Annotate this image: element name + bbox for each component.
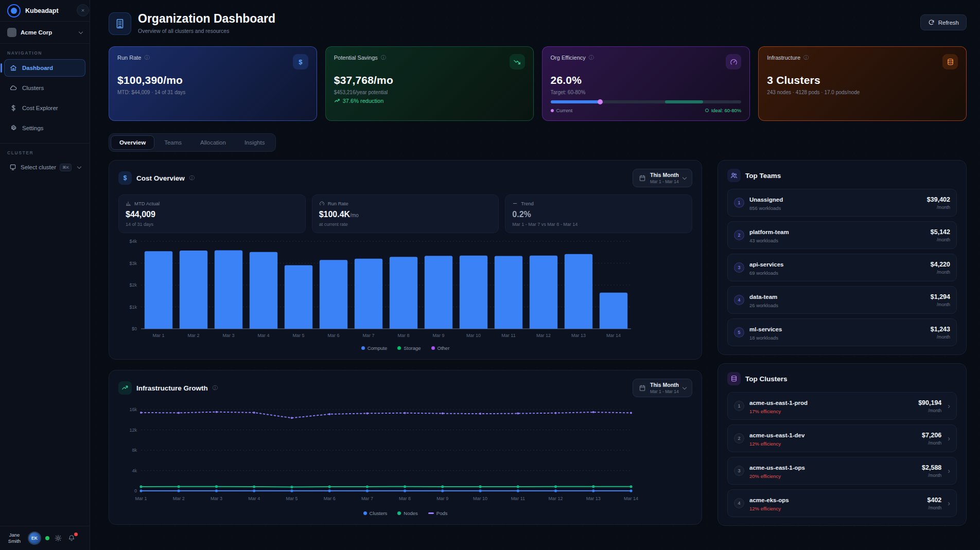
gauge-icon [319,201,325,206]
svg-text:Mar 11: Mar 11 [501,333,515,338]
svg-text:Mar 2: Mar 2 [173,496,185,501]
rank-badge: 3 [734,466,744,476]
cluster-row[interactable]: 4 acme-eks-ops12% efficiency $402/month … [727,489,957,517]
svg-text:$3k: $3k [129,261,137,266]
sidebar-collapse-button[interactable]: × [77,4,89,16]
tab-teams[interactable]: Teams [155,135,190,150]
trend-down-icon [510,54,525,69]
cluster-cost: $90,194 [918,399,941,406]
notifications-button[interactable] [67,534,76,543]
info-icon[interactable]: ⓘ [189,174,195,182]
dollar-icon: $ [293,54,308,69]
tab-insights[interactable]: Insights [236,135,274,150]
cluster-efficiency: 20% efficiency [749,473,805,479]
info-icon[interactable]: ⓘ [589,54,594,61]
team-workloads: 18 workloads [749,335,782,341]
run-rate-box-value: $100.4K [319,210,351,219]
legend-item-pods: Pods [428,510,448,516]
select-cluster-control[interactable]: Select cluster ⌘K [4,159,85,175]
efficiency-legend: Current Ideal: 60-80% [551,108,742,113]
mtd-actual-value: $44,009 [126,210,155,219]
savings-sub: $453,216/year potential [334,90,525,95]
team-row[interactable]: 2 platform-team43 workloads $5,142/month [727,221,957,249]
cluster-efficiency: 12% efficiency [749,506,789,511]
info-icon[interactable]: ⓘ [144,54,149,61]
chevron-down-icon [682,175,687,179]
svg-text:Mar 8: Mar 8 [399,496,411,501]
team-workloads: 69 workloads [749,270,784,276]
svg-text:Mar 7: Mar 7 [362,333,374,338]
run-rate-box: Run Rate $100.4K/mo at current rate [312,194,499,233]
svg-text:$2k: $2k [129,282,137,288]
team-row[interactable]: 5 ml-services18 workloads $1,243/month [727,318,957,346]
refresh-label: Refresh [938,20,959,26]
cluster-box-icon [9,163,17,171]
efficiency-marker [598,99,603,104]
legend-item-nodes: Nodes [397,510,417,516]
theme-toggle-button[interactable] [54,534,63,543]
sun-icon [55,535,62,542]
team-cost: $39,402 [927,196,950,203]
sidebar-item-label: Settings [22,125,44,131]
top-clusters-list: 1 acme-us-east-1-prod17% efficiency $90,… [727,392,957,517]
sidebar-item-dashboard[interactable]: Dashboard [4,59,85,77]
org-switcher[interactable]: Acme Corp [0,22,90,44]
logo-row: Kubeadapt × [0,0,90,22]
info-icon[interactable]: ⓘ [381,54,386,61]
period-selector[interactable]: This Month Mar 1 - Mar 14 [633,379,692,397]
team-name: data-team [749,294,777,300]
svg-text:Mar 13: Mar 13 [571,333,586,338]
trend-box: Trend 0.2% Mar 1 - Mar 7 vs Mar 8 - Mar … [505,194,692,233]
shortcut-badge: ⌘K [60,164,72,171]
team-row[interactable]: 1 Unassigned856 workloads $39,402/month [727,189,957,217]
run-rate-sub: MTD: $44,009 · 14 of 31 days [117,90,308,95]
infrastructure-growth-panel: Infrastructure Growth ⓘ This Month Mar 1… [109,370,702,525]
tab-allocation[interactable]: Allocation [191,135,235,150]
sidebar-item-clusters[interactable]: Clusters [4,79,85,97]
tab-overview[interactable]: Overview [111,135,154,150]
team-row[interactable]: 4 data-team26 workloads $1,294/month [727,286,957,314]
team-row[interactable]: 3 api-services69 workloads $4,220/month [727,254,957,281]
content-grid: $ Cost Overview ⓘ This Month Mar 1 - Mar… [109,160,967,526]
refresh-button[interactable]: Refresh [920,14,967,30]
avatar[interactable]: EK [28,531,41,545]
main-content: Organization Dashboard Overview of all c… [90,0,980,550]
cluster-name: acme-us-east-1-prod [749,400,808,406]
svg-text:Mar 10: Mar 10 [473,496,487,501]
cluster-row[interactable]: 1 acme-us-east-1-prod17% efficiency $90,… [727,392,957,420]
run-rate-card: Run Rateⓘ $ $100,390/mo MTD: $44,009 · 1… [109,46,317,121]
sidebar-item-settings[interactable]: Settings [4,119,85,137]
page-title: Organization Dashboard [138,12,275,25]
bar-chart-icon [126,201,131,206]
rank-badge: 2 [734,230,744,240]
chevron-down-icon [79,29,83,33]
cloud-icon [9,84,18,92]
chevron-right-icon: › [948,434,950,442]
period-range: Mar 1 - Mar 14 [650,389,679,394]
cluster-efficiency: 17% efficiency [749,409,808,414]
svg-text:Mar 14: Mar 14 [606,333,621,338]
cost-stat-boxes: MTD Actual $44,009 14 of 31 days Run Rat… [118,194,692,233]
cluster-row[interactable]: 2 acme-us-east-1-dev12% efficiency $7,20… [727,424,957,452]
top-clusters-panel: Top Clusters 1 acme-us-east-1-prod17% ef… [717,363,967,526]
trend-up-icon [334,98,340,104]
cluster-row[interactable]: 3 acme-us-east-1-ops20% efficiency $2,58… [727,457,957,485]
savings-highlight: 37.6% reduction [334,98,525,104]
svg-text:Mar 14: Mar 14 [624,496,638,501]
org-name: Acme Corp [21,29,75,36]
bell-icon [68,535,75,542]
sidebar-item-cost-explorer[interactable]: Cost Explorer [4,99,85,117]
svg-text:Mar 12: Mar 12 [549,496,563,501]
period-selector[interactable]: This Month Mar 1 - Mar 14 [633,169,692,187]
stat-cards-row: Run Rateⓘ $ $100,390/mo MTD: $44,009 · 1… [109,46,967,121]
info-icon[interactable]: ⓘ [803,54,809,61]
notification-dot [74,533,78,536]
period-range: Mar 1 - Mar 14 [650,179,679,184]
card-label: Org Efficiency [551,55,586,61]
sidebar-item-label: Clusters [22,85,44,91]
cluster-name: acme-us-east-1-dev [749,432,804,438]
team-cost: $1,243 [931,326,950,333]
panel-title: Cost Overview [136,174,185,182]
info-icon[interactable]: ⓘ [213,384,218,392]
cluster-name: acme-eks-ops [749,497,789,503]
